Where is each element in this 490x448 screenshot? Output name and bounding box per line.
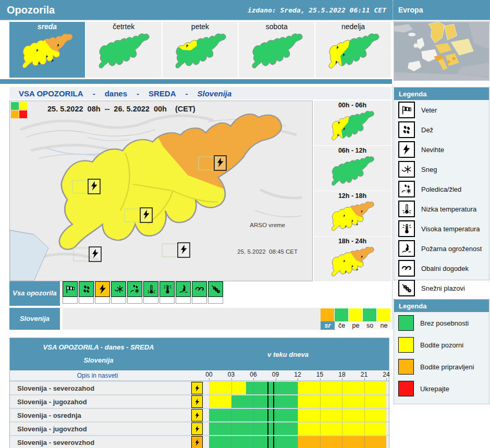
- warning-cell-footer: [176, 297, 191, 304]
- slovenia-mini-map: [246, 32, 308, 72]
- table-header-right: v teku dneva: [187, 338, 389, 370]
- storm-icon-box: [191, 395, 203, 408]
- map-validity-period: 25. 5.2022 08h -- 26. 5.2022 00h (CET): [47, 105, 195, 113]
- warning-cell-snow-icon[interactable]: [111, 281, 126, 306]
- slovenia-mini-map: [323, 32, 384, 72]
- day-so[interactable]: so: [363, 308, 377, 330]
- warning-cell-high-temp-icon[interactable]: [160, 281, 175, 306]
- legend-item-label: Obalni dogodek: [421, 265, 469, 272]
- time-map-00h-06h: 00h - 06h: [314, 101, 391, 145]
- day-če[interactable]: če: [335, 308, 349, 330]
- legend-item: Obalni dogodek: [394, 258, 489, 278]
- all-warnings-row: Vsa opozorila: [9, 281, 391, 306]
- region-link[interactable]: Slovenija - jugozahod: [10, 395, 185, 408]
- warning-cell-storm-icon[interactable]: [95, 281, 110, 306]
- hour-tick: [276, 378, 276, 380]
- avalanche-icon-box: [208, 281, 223, 297]
- table-row: Slovenija - jugovzhod: [10, 421, 389, 435]
- day-level-square: [377, 308, 391, 321]
- warning-cell-footer: [111, 297, 126, 304]
- timeline-gridline: [231, 395, 232, 408]
- tab-četrtek[interactable]: četrtek: [86, 22, 162, 78]
- warning-cell-low-temp-icon[interactable]: [143, 281, 158, 306]
- hour-label: 18: [338, 371, 345, 378]
- slovenia-mini-map: [325, 246, 379, 279]
- hour-label: 24: [383, 371, 389, 378]
- warning-cell-wind-icon[interactable]: [63, 281, 78, 306]
- timeline-gridline: [298, 395, 298, 408]
- tab-label: sreda: [9, 22, 85, 32]
- day-sr[interactable]: sr: [321, 308, 335, 330]
- region-link[interactable]: Slovenija - jugovzhod: [10, 422, 185, 435]
- fire-icon: [178, 284, 189, 294]
- table-row: Slovenija - jugozahod: [10, 394, 389, 408]
- region-link[interactable]: Slovenija - severovzhod: [10, 436, 185, 448]
- legend-item-label: Nizka temperatura: [421, 205, 476, 213]
- day-pe[interactable]: pe: [349, 308, 363, 330]
- fire-icon-box: [398, 240, 415, 257]
- region-link[interactable]: Slovenija - osrednja: [10, 409, 185, 421]
- timeline-gridline: [320, 409, 321, 421]
- timeline-gridline: [364, 436, 365, 448]
- storm-icon: [194, 438, 201, 447]
- current-time-mark: [267, 382, 268, 394]
- slovenia-day-row: Slovenija srčepesone: [9, 308, 391, 330]
- tab-map: [163, 32, 238, 74]
- timeline-gridline: [298, 409, 298, 421]
- day-key: ne: [377, 321, 391, 330]
- fire-icon-box: [176, 281, 191, 297]
- storm-icon: [194, 425, 201, 433]
- timeline-bars: [209, 436, 386, 448]
- warning-cell-avalanche-icon[interactable]: [208, 281, 223, 306]
- warnings-title: VSA OPOZORILA - danes - SREDA - Slovenij…: [9, 87, 391, 99]
- snow-icon: [114, 284, 124, 294]
- hour-tick: [298, 378, 298, 380]
- timeline-gridline: [320, 422, 321, 435]
- warning-cell-fire-icon[interactable]: [176, 281, 191, 306]
- timeline-gridline: [276, 409, 276, 421]
- timeline-bars: [209, 422, 386, 435]
- legend-item-label: Poledica/žled: [421, 185, 461, 193]
- hour-label: 09: [272, 371, 279, 378]
- title-sep: -: [137, 89, 139, 98]
- timeline-gridline: [276, 436, 276, 448]
- timeline-gridline: [253, 382, 254, 394]
- region-link[interactable]: Slovenija - severozahod: [10, 382, 185, 394]
- table-row: Slovenija - severozahod: [10, 381, 389, 394]
- current-time-mark: [267, 395, 268, 408]
- rain-icon-box: [79, 281, 94, 297]
- warnings-table: VSA OPOZORILA - danes - SREDA Slovenija …: [9, 338, 389, 448]
- tab-nedelja[interactable]: nedelja: [315, 22, 391, 78]
- tab-sobota[interactable]: sobota: [239, 22, 314, 78]
- storm-icon: [97, 284, 108, 294]
- tab-label: četrtek: [86, 22, 162, 32]
- timeline-gridline: [253, 395, 254, 408]
- tab-sreda[interactable]: sreda: [9, 22, 85, 78]
- europe-map-panel[interactable]: [394, 22, 489, 80]
- legend-items: Brez posebnostiBodite pozorniBodite prip…: [394, 312, 489, 400]
- low-temp-icon-box: [398, 201, 415, 217]
- time-map-06h-12h: 06h - 12h: [314, 146, 391, 191]
- warning-cell-ice-icon[interactable]: [127, 281, 142, 306]
- warning-cell-footer: [192, 297, 207, 304]
- warning-cell-rain-icon[interactable]: [79, 281, 94, 306]
- title-part: Slovenija: [198, 89, 232, 98]
- tab-label: sobota: [239, 22, 314, 32]
- slovenia-mini-map: [325, 155, 379, 189]
- day-ne[interactable]: ne: [377, 308, 391, 330]
- legend-item: Bodite pripravljeni: [394, 356, 489, 378]
- legend-item: Veter: [394, 100, 489, 120]
- timeline-gridline: [364, 422, 365, 435]
- europe-map: [394, 22, 489, 80]
- day-key: sr: [321, 321, 335, 330]
- europe-link[interactable]: Evropa: [393, 0, 490, 20]
- storm-icon: [401, 144, 412, 155]
- legend-items: Veter DežNevihte Sneg Poledica/žled Nizk…: [394, 100, 489, 298]
- warning-cell-coastal-icon[interactable]: [192, 281, 207, 306]
- table-subtitle: Slovenija: [83, 354, 113, 367]
- row-warning-icon: [185, 409, 209, 421]
- tab-petek[interactable]: petek: [163, 22, 238, 78]
- timeline-gridline: [342, 422, 342, 435]
- storm-icon: [194, 411, 201, 420]
- legend-item: Snežni plazovi: [394, 278, 489, 298]
